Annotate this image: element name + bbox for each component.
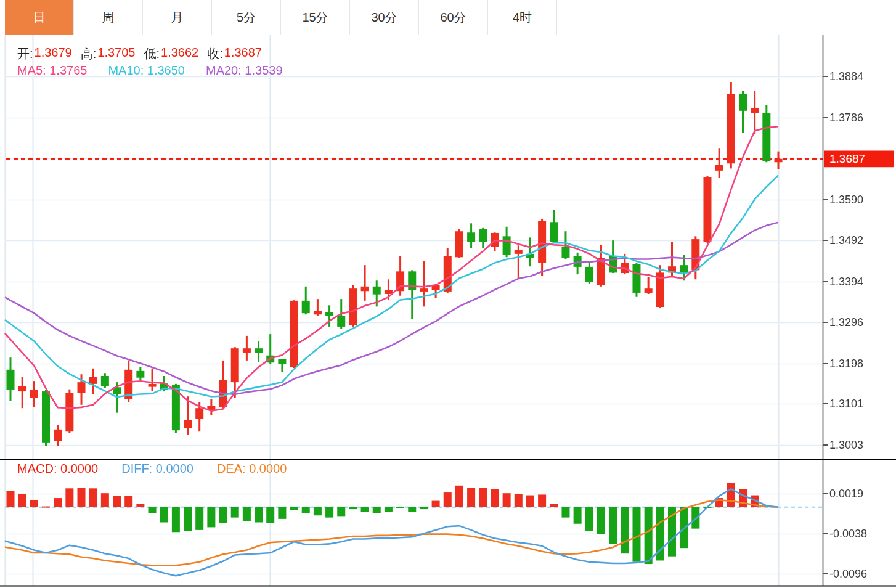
diff-value: 0.0000 (156, 462, 193, 476)
ma20-label: MA20: (206, 63, 242, 78)
macd-readout: MACD: 0.0000 DIFF: 0.0000 DEA: 0.0000 (17, 462, 287, 476)
candlestick-chart-canvas[interactable] (0, 0, 896, 588)
open-label: 开: (17, 46, 33, 62)
axis-tick-label: -0.0038 (829, 527, 867, 540)
ma10-value: 1.3650 (147, 63, 185, 78)
ma-readout: MA5: 1.3765 MA10: 1.3650 MA20: 1.3539 (17, 63, 283, 78)
low-value: 1.3662 (161, 46, 198, 62)
ma5-value: 1.3765 (49, 63, 87, 78)
close-value: 1.3687 (224, 46, 262, 62)
current-price-tag: 1.3687 (824, 150, 894, 167)
axis-tick-mark (823, 573, 828, 574)
axis-tick-label: -0.0096 (829, 567, 867, 580)
macd-label: MACD: (17, 462, 57, 476)
axis-tick-label: 0.0019 (829, 488, 863, 500)
ma10-label: MA10: (108, 63, 144, 78)
macd-axis: 0.0019-0.0038-0.0096 (823, 35, 896, 586)
high-value: 1.3705 (97, 46, 135, 62)
dea-value: 0.0000 (249, 462, 287, 476)
ohlc-readout: 开:1.3679 高:1.3705 低:1.3662 收:1.3687 (17, 46, 262, 62)
axis-tick-mark (823, 533, 828, 534)
ma20-value: 1.3539 (245, 63, 282, 78)
open-value: 1.3679 (35, 46, 72, 62)
trading-chart-app: 日周月5分15分30分60分4时 开:1.3679 高:1.3705 低:1.3… (0, 0, 896, 588)
close-label: 收: (207, 46, 223, 62)
dea-label: DEA: (217, 462, 246, 476)
macd-value: 0.0000 (60, 462, 98, 476)
axis-tick-mark (823, 493, 828, 494)
low-label: 低: (144, 46, 160, 62)
diff-label: DIFF: (121, 462, 152, 476)
high-label: 高: (81, 46, 97, 62)
ma5-label: MA5: (17, 63, 46, 78)
